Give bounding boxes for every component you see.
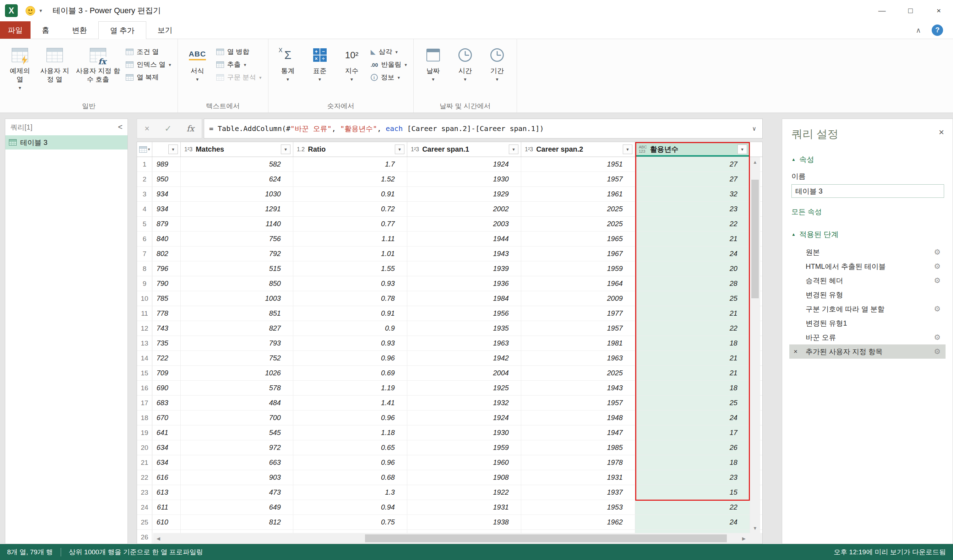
cell[interactable]: 1922	[407, 485, 521, 500]
row-number[interactable]: 9	[137, 276, 152, 291]
cell[interactable]: 2025	[521, 366, 635, 380]
vertical-scrollbar[interactable]: ▲ ▼	[750, 157, 760, 533]
cell[interactable]: 0.78	[293, 291, 407, 306]
cell[interactable]: 0.91	[293, 306, 407, 321]
invoke-custom-function-button[interactable]: fx 사용자 지정 함수 호출	[73, 42, 123, 84]
row-number[interactable]: 19	[137, 425, 152, 440]
column-header-Ratio[interactable]: 1.2Ratio▾	[293, 142, 407, 157]
filter-button[interactable]: ▾	[509, 144, 518, 154]
cell[interactable]: 25	[635, 291, 750, 306]
cell[interactable]: 793	[181, 336, 293, 351]
select-all-corner[interactable]: ▾	[137, 142, 152, 157]
cell[interactable]: 1930	[407, 172, 521, 186]
cell[interactable]: 1977	[521, 306, 635, 321]
cell[interactable]: 1942	[407, 351, 521, 365]
tab-file[interactable]: 파일	[0, 21, 31, 39]
cell[interactable]: 1908	[407, 470, 521, 485]
cell[interactable]: 1929	[407, 187, 521, 201]
row-number[interactable]: 11	[137, 306, 152, 321]
cell[interactable]: 24	[635, 515, 750, 529]
cell[interactable]: 21	[635, 351, 750, 365]
statistics-button[interactable]: XΣ 통계 ▾	[272, 42, 304, 82]
cell[interactable]: 1.11	[293, 231, 407, 246]
cell[interactable]: 0.77	[293, 217, 407, 231]
cell[interactable]: 790	[152, 276, 181, 291]
duplicate-column-button[interactable]: 열 복제	[123, 71, 174, 84]
applied-step[interactable]: 변경된 유형1	[789, 316, 945, 330]
applied-step[interactable]: HTML에서 추출된 테이블⚙	[789, 259, 945, 273]
cell[interactable]: 785	[152, 291, 181, 306]
cell[interactable]: 1140	[181, 217, 293, 231]
time-button[interactable]: 시간 ▾	[449, 42, 481, 82]
index-column-button[interactable]: 인덱스 열 ▾	[123, 58, 174, 71]
status-profiling[interactable]: 상위 1000개 행을 기준으로 한 열 프로파일링	[69, 548, 203, 557]
cell[interactable]: 0.96	[293, 411, 407, 425]
applied-step[interactable]: 변경된 유형	[789, 288, 945, 302]
filter-button[interactable]: ▾	[281, 144, 290, 154]
vertical-scroll-thumb[interactable]	[751, 180, 759, 298]
delete-step-icon[interactable]: ×	[793, 347, 806, 355]
cell[interactable]: 1963	[521, 351, 635, 365]
cell[interactable]: 850	[181, 276, 293, 291]
feedback-smiley-icon[interactable]	[26, 6, 35, 16]
row-number[interactable]: 12	[137, 321, 152, 335]
row-number[interactable]: 10	[137, 291, 152, 306]
cell[interactable]: 2009	[521, 291, 635, 306]
cell[interactable]: 670	[152, 411, 181, 425]
cell[interactable]: 18	[635, 336, 750, 351]
cell[interactable]: 0.94	[293, 500, 407, 515]
cell[interactable]: 1026	[181, 366, 293, 380]
row-number[interactable]: 15	[137, 366, 152, 380]
cell[interactable]: 1964	[521, 276, 635, 291]
row-number[interactable]: 6	[137, 231, 152, 246]
horizontal-scroll-thumb[interactable]	[365, 534, 727, 542]
cell[interactable]: 2004	[407, 366, 521, 380]
cell[interactable]: 1981	[521, 336, 635, 351]
cell[interactable]: 0.91	[293, 187, 407, 201]
cell[interactable]: 1932	[407, 396, 521, 410]
cell[interactable]: 934	[152, 187, 181, 201]
format-button[interactable]: ABC 서식 ▾	[182, 42, 213, 82]
cell[interactable]: 735	[152, 336, 181, 351]
properties-section-header[interactable]: ▲ 속성	[792, 155, 945, 164]
cell[interactable]: 27	[635, 157, 750, 172]
row-number[interactable]: 24	[137, 500, 152, 515]
row-number[interactable]: 2	[137, 172, 152, 186]
column-header-Career span.2[interactable]: 1²3Career span.2▾	[521, 142, 635, 157]
cell[interactable]: 18	[635, 455, 750, 470]
scroll-left-button[interactable]: ◀	[153, 536, 164, 541]
merge-columns-button[interactable]: 열 병합	[213, 45, 264, 58]
close-button[interactable]: ×	[925, 0, 953, 21]
cell[interactable]: 17	[635, 425, 750, 440]
cell[interactable]: 1960	[407, 455, 521, 470]
filter-button[interactable]: ▾	[395, 144, 404, 154]
cell[interactable]: 1931	[521, 470, 635, 485]
quick-access-dropdown-icon[interactable]: ▾	[39, 8, 42, 14]
cell[interactable]: 611	[152, 500, 181, 515]
cell[interactable]: 1924	[407, 411, 521, 425]
cell[interactable]: 1984	[407, 291, 521, 306]
commit-formula-button[interactable]: ✓	[165, 124, 171, 133]
maximize-button[interactable]: □	[896, 0, 925, 21]
cell[interactable]: 972	[181, 441, 293, 455]
row-number[interactable]: 14	[137, 351, 152, 365]
row-number[interactable]: 22	[137, 470, 152, 485]
row-number[interactable]: 25	[137, 515, 152, 529]
applied-steps-section-header[interactable]: ▲ 적용된 단계	[792, 230, 945, 239]
cell[interactable]: 1959	[407, 441, 521, 455]
cell[interactable]: 641	[152, 425, 181, 440]
row-number[interactable]: 1	[137, 157, 152, 172]
cell[interactable]: 1938	[407, 515, 521, 529]
cell[interactable]: 1948	[521, 411, 635, 425]
column-header-Matches[interactable]: 1²3Matches▾	[181, 142, 293, 157]
cell[interactable]: 22	[635, 500, 750, 515]
column-header-활용년수[interactable]: ABC123활용년수▾	[635, 142, 750, 157]
row-number[interactable]: 17	[137, 396, 152, 410]
cell[interactable]: 690	[152, 381, 181, 395]
row-number[interactable]: 13	[137, 336, 152, 351]
cell[interactable]: 23	[635, 470, 750, 485]
cell[interactable]: 1951	[521, 157, 635, 172]
tab-add-column[interactable]: 열 추가	[98, 21, 146, 39]
cell[interactable]: 22	[635, 321, 750, 335]
cell[interactable]: 934	[152, 202, 181, 216]
